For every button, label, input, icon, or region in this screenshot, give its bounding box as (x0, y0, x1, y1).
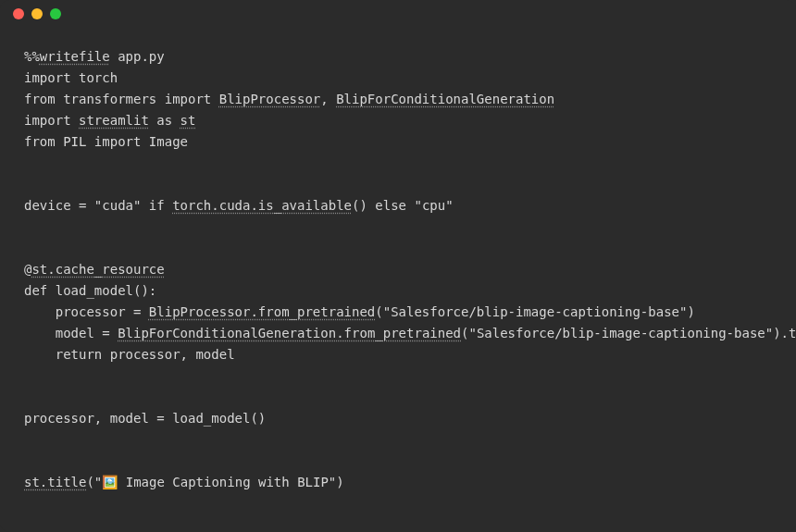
code-line[interactable] (24, 174, 772, 195)
code-line[interactable] (24, 387, 772, 408)
code-line[interactable]: import torch (24, 68, 772, 89)
code-token: from transformers import (24, 92, 219, 106)
code-line[interactable]: @st.cache_resource (24, 259, 772, 280)
code-line[interactable] (24, 217, 772, 238)
code-token: ("🖼️ Image Captioning with BLIP") (86, 475, 343, 489)
code-token: import torch (24, 70, 118, 85)
code-token-underlined: writefile (40, 49, 110, 64)
code-token: %% (24, 49, 40, 64)
code-line[interactable] (24, 451, 772, 472)
code-token: app.py (110, 49, 165, 64)
code-token-underlined: st.title (24, 475, 86, 489)
window-titlebar (0, 0, 796, 28)
code-line[interactable]: def load_model(): (24, 280, 772, 302)
code-token: processor, model = load_model() (24, 411, 266, 426)
code-line[interactable]: processor = BlipProcessor.from_pretraine… (24, 302, 772, 323)
code-token: return processor, model (24, 347, 235, 362)
code-line[interactable] (24, 429, 772, 451)
code-line[interactable] (24, 238, 772, 259)
code-token: import (24, 113, 79, 128)
code-token-underlined: streamlit (79, 113, 149, 128)
code-line[interactable]: %%writefile app.py (24, 46, 772, 68)
code-editor[interactable]: %%writefile app.pyimport torchfrom trans… (0, 28, 796, 493)
code-line[interactable]: from transformers import BlipProcessor, … (24, 89, 772, 110)
code-token-underlined: BlipProcessor (219, 92, 321, 106)
maximize-icon[interactable] (50, 8, 61, 19)
code-line[interactable]: from PIL import Image (24, 131, 772, 153)
code-token: ("Salesforce/blip-image-captioning-base"… (461, 326, 796, 340)
code-token-underlined: BlipProcessor.from_pretrained (149, 304, 375, 319)
code-line[interactable] (24, 365, 772, 387)
close-icon[interactable] (13, 8, 24, 19)
code-token-underlined: torch.cuda.is_available (172, 198, 352, 213)
code-line[interactable]: st.title("🖼️ Image Captioning with BLIP"… (24, 472, 772, 493)
code-token-underlined: BlipForConditionalGeneration (336, 92, 554, 106)
code-token: def load_model(): (24, 283, 156, 298)
code-line[interactable] (24, 153, 772, 174)
code-token: processor = (24, 304, 149, 319)
code-line[interactable]: import streamlit as st (24, 110, 772, 131)
code-token-underlined: BlipForConditionalGeneration.from_pretra… (118, 326, 461, 340)
code-token: ("Salesforce/blip-image-captioning-base"… (375, 304, 695, 319)
code-line[interactable]: model = BlipForConditionalGeneration.fro… (24, 323, 772, 344)
code-token: () else "cpu" (352, 198, 454, 213)
code-token: device = "cuda" if (24, 198, 172, 213)
code-line[interactable]: processor, model = load_model() (24, 408, 772, 429)
code-line[interactable]: return processor, model (24, 344, 772, 365)
code-token: , (320, 92, 336, 106)
editor-window: %%writefile app.pyimport torchfrom trans… (0, 0, 796, 532)
code-token-underlined: st (180, 113, 196, 128)
code-token: from PIL import Image (24, 134, 188, 149)
code-line[interactable]: device = "cuda" if torch.cuda.is_availab… (24, 195, 772, 217)
code-token: model = (24, 326, 118, 340)
minimize-icon[interactable] (31, 8, 43, 19)
code-token: as (149, 113, 180, 128)
code-token-underlined: st.cache_resource (31, 262, 164, 277)
